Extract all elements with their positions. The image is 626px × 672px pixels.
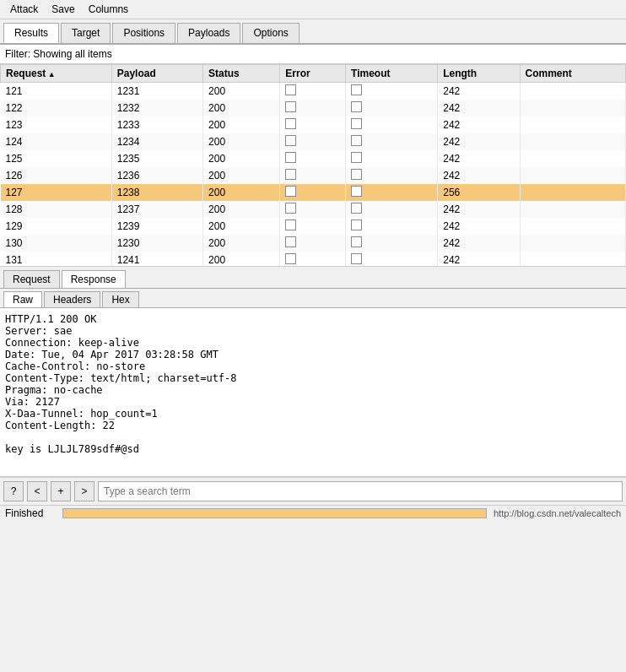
url-label: http://blog.csdn.net/valecaltech [494, 508, 621, 518]
timeout-checkbox[interactable] [351, 118, 362, 129]
table-row[interactable]: 1301230200242 [1, 235, 626, 252]
tab-target[interactable]: Target [61, 23, 111, 43]
timeout-checkbox[interactable] [351, 219, 362, 230]
tab-response[interactable]: Response [62, 270, 126, 288]
col-length[interactable]: Length [438, 65, 520, 83]
bottom-bar: ? < + > [0, 477, 626, 505]
menu-save[interactable]: Save [45, 2, 81, 17]
col-error[interactable]: Error [280, 65, 346, 83]
response-content: HTTP/1.1 200 OK Server: sae Connection: … [0, 308, 626, 477]
filter-bar: Filter: Showing all items [0, 45, 626, 64]
main-tabs: Results Target Positions Payloads Option… [0, 19, 626, 45]
timeout-checkbox[interactable] [351, 169, 362, 180]
next-button[interactable]: > [74, 481, 94, 501]
table-row[interactable]: 1261236200242 [1, 167, 626, 184]
error-checkbox[interactable] [285, 186, 296, 197]
timeout-checkbox[interactable] [351, 101, 362, 112]
timeout-checkbox[interactable] [351, 135, 362, 146]
timeout-checkbox[interactable] [351, 186, 362, 197]
menu-bar: Attack Save Columns [0, 0, 626, 19]
add-button[interactable]: + [51, 481, 71, 501]
table-row[interactable]: 1281237200242 [1, 201, 626, 218]
error-checkbox[interactable] [285, 152, 296, 163]
error-checkbox[interactable] [285, 84, 296, 95]
status-text: Finished [5, 507, 56, 519]
tab-options[interactable]: Options [242, 23, 299, 43]
col-payload[interactable]: Payload [111, 65, 202, 83]
error-checkbox[interactable] [285, 118, 296, 129]
error-checkbox[interactable] [285, 236, 296, 247]
tab-raw[interactable]: Raw [3, 291, 42, 307]
timeout-checkbox[interactable] [351, 84, 362, 95]
col-request[interactable]: Request [1, 65, 112, 83]
col-comment[interactable]: Comment [520, 65, 626, 83]
table-row[interactable]: 1291239200242 [1, 218, 626, 235]
tab-results[interactable]: Results [3, 23, 59, 43]
status-bar: Finished http://blog.csdn.net/valecaltec… [0, 505, 626, 521]
table-body: 1211231200242122123220024212312332002421… [1, 83, 626, 268]
table-row[interactable]: 1251235200242 [1, 150, 626, 167]
table-row[interactable]: 1221232200242 [1, 100, 626, 117]
tab-headers[interactable]: Headers [44, 291, 100, 307]
table-row[interactable]: 1211231200242 [1, 83, 626, 100]
table-row[interactable]: 1241234200242 [1, 133, 626, 150]
results-table: Request Payload Status Error Timeout Len… [0, 64, 626, 267]
timeout-checkbox[interactable] [351, 203, 362, 214]
error-checkbox[interactable] [285, 253, 296, 264]
progress-fill [63, 509, 486, 518]
menu-columns[interactable]: Columns [82, 2, 135, 17]
error-checkbox[interactable] [285, 101, 296, 112]
table-row[interactable]: 1271238200256 [1, 184, 626, 201]
timeout-checkbox[interactable] [351, 152, 362, 163]
tab-hex[interactable]: Hex [102, 291, 138, 307]
table-row[interactable]: 1231233200242 [1, 117, 626, 133]
inner-tabs: Raw Headers Hex [0, 289, 626, 308]
error-checkbox[interactable] [285, 135, 296, 146]
filter-text: Filter: Showing all items [5, 48, 112, 60]
menu-attack[interactable]: Attack [3, 2, 45, 17]
search-input[interactable] [98, 481, 623, 501]
help-button[interactable]: ? [3, 481, 24, 501]
timeout-checkbox[interactable] [351, 253, 362, 264]
tab-positions[interactable]: Positions [112, 23, 175, 43]
col-timeout[interactable]: Timeout [346, 65, 438, 83]
error-checkbox[interactable] [285, 203, 296, 214]
error-checkbox[interactable] [285, 169, 296, 180]
timeout-checkbox[interactable] [351, 236, 362, 247]
table-row[interactable]: 1311241200242 [1, 252, 626, 267]
progress-bar [62, 508, 487, 518]
tab-payloads[interactable]: Payloads [177, 23, 240, 43]
app: Attack Save Columns Results Target Posit… [0, 0, 626, 521]
prev-button[interactable]: < [27, 481, 47, 501]
results-table-area: Request Payload Status Error Timeout Len… [0, 64, 626, 267]
error-checkbox[interactable] [285, 219, 296, 230]
col-status[interactable]: Status [203, 65, 280, 83]
tab-request[interactable]: Request [3, 270, 60, 288]
req-resp-tabs: Request Response [0, 267, 626, 289]
